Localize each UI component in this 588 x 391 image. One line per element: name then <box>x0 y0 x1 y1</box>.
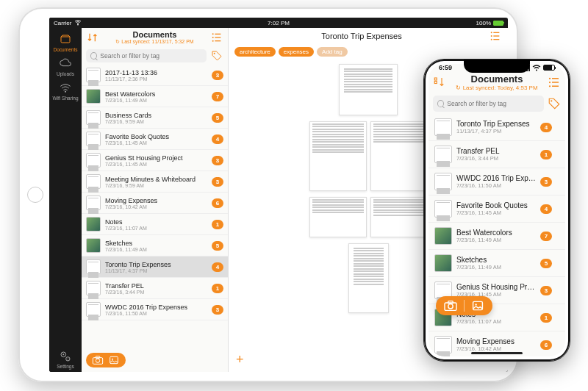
sidebar-item-wifi-sharing[interactable]: Wifi Sharing <box>49 79 82 104</box>
document-text: Sketches 7/23/16, 11:49 AM <box>105 240 207 252</box>
tag-chip[interactable]: architecture <box>234 47 276 57</box>
document-text: Favorite Book Quotes 7/23/16, 11:45 AM <box>456 201 536 216</box>
document-date: 11/13/17, 2:36 PM <box>105 76 207 82</box>
svg-rect-36 <box>448 301 453 304</box>
page-count-badge: 1 <box>212 220 223 229</box>
document-thumbnail <box>434 336 452 354</box>
svg-point-33 <box>551 100 552 101</box>
import-icon <box>470 300 485 312</box>
document-date: 7/23/16, 11:49 AM <box>456 264 536 270</box>
document-row[interactable]: Favorite Book Quotes 7/23/16, 11:45 AM 4 <box>82 129 228 150</box>
sidebar-label: Uploads <box>57 71 74 76</box>
document-row[interactable]: Toronto Trip Expenses 11/13/17, 4:37 PM … <box>429 114 565 141</box>
svg-rect-19 <box>493 32 499 33</box>
document-row[interactable]: Best Watercolors 7/23/16, 11:49 AM 7 <box>82 86 228 107</box>
page-count-badge: 3 <box>540 177 552 187</box>
document-text: Sketches 7/23/16, 11:49 AM <box>456 256 536 270</box>
document-date: 7/23/16, 11:07 AM <box>456 318 536 325</box>
svg-point-5 <box>68 359 68 359</box>
capture-pill[interactable] <box>86 353 126 367</box>
document-title: WWDC 2016 Trip Expenses <box>456 174 536 182</box>
sidebar-item-uploads[interactable]: Uploads <box>49 55 82 79</box>
home-button[interactable] <box>27 187 43 203</box>
wifi-icon <box>58 82 73 94</box>
svg-point-29 <box>549 82 551 83</box>
page-count-badge: 4 <box>540 204 552 214</box>
document-text: Best Watercolors 7/23/16, 11:49 AM <box>456 229 536 243</box>
document-row[interactable]: Sketches 7/23/16, 11:49 AM 5 <box>429 250 565 277</box>
document-text: Transfer PEL 7/23/16, 3:44 PM <box>105 282 207 295</box>
sync-status: ↻ Last synced: 11/13/17, 5:32 PM <box>103 39 207 45</box>
sidebar-label: Wifi Sharing <box>52 96 78 101</box>
document-row[interactable]: Toronto Trip Expenses 11/13/17, 4:37 PM … <box>82 257 228 278</box>
home-indicator[interactable] <box>471 352 523 354</box>
capture-pill[interactable] <box>436 296 492 315</box>
search-input-container[interactable] <box>86 49 207 62</box>
svg-rect-32 <box>552 86 559 87</box>
document-text: Genius St Housing Project 7/23/16, 11:45… <box>456 283 536 298</box>
camera-icon <box>443 300 458 312</box>
document-title: Transfer PEL <box>105 282 207 290</box>
page-thumbnail[interactable] <box>309 121 427 191</box>
search-input[interactable] <box>447 100 539 107</box>
list-view-icon[interactable] <box>489 29 502 43</box>
svg-point-17 <box>112 359 113 360</box>
document-row[interactable]: Notes 7/23/16, 11:07 AM 1 <box>82 214 228 235</box>
svg-point-12 <box>214 53 215 54</box>
document-date: 11/13/17, 4:37 PM <box>105 268 207 273</box>
document-row[interactable]: Best Watercolors 7/23/16, 11:49 AM 7 <box>429 223 565 250</box>
svg-point-6 <box>212 33 214 35</box>
document-row[interactable]: Transfer PEL 7/23/16, 3:44 PM 1 <box>429 141 565 168</box>
svg-point-18 <box>491 32 492 33</box>
gears-icon <box>58 351 73 362</box>
list-view-icon[interactable] <box>210 31 223 44</box>
search-input[interactable] <box>100 52 202 60</box>
sort-icon[interactable] <box>433 76 446 89</box>
iphone-device: 6:59 Documents ↻ Last synced: Today, 4:5… <box>423 59 570 362</box>
document-text: Notes 7/23/16, 11:07 AM <box>105 218 207 231</box>
document-date: 7/23/16, 3:44 PM <box>105 290 207 295</box>
content-header: Toronto Trip Expenses <box>229 28 508 44</box>
add-tag-chip[interactable]: Add tag <box>317 47 348 57</box>
document-list[interactable]: 2017-11-13 13:36 11/13/17, 2:36 PM 3 Bes… <box>82 65 228 348</box>
sidebar-label: Settings <box>57 364 74 369</box>
page-count-badge: 4 <box>540 123 552 132</box>
document-row[interactable]: 2017-11-13 13:36 11/13/17, 2:36 PM 3 <box>82 65 228 86</box>
svg-rect-28 <box>552 78 559 79</box>
document-row[interactable]: Moving Expenses 7/23/16, 10:42 AM 6 <box>82 193 228 214</box>
document-row[interactable]: WWDC 2016 Trip Expenses 7/23/16, 11:50 A… <box>429 168 565 196</box>
document-row[interactable]: Transfer PEL 7/23/16, 3:44 PM 1 <box>82 278 228 299</box>
tag-filter-icon[interactable] <box>548 97 561 110</box>
tag-chip[interactable]: expenses <box>279 47 314 57</box>
document-date: 7/23/16, 11:50 AM <box>105 311 207 316</box>
sidebar-item-settings[interactable]: Settings <box>49 348 82 372</box>
tag-filter-icon[interactable] <box>210 49 223 62</box>
sidebar-label: Documents <box>54 47 78 52</box>
document-row[interactable]: Genius St Housing Project 7/23/16, 11:45… <box>82 150 228 171</box>
document-list[interactable]: Toronto Trip Expenses 11/13/17, 4:37 PM … <box>429 114 565 356</box>
sort-icon[interactable] <box>86 31 99 44</box>
add-page-button[interactable]: + <box>236 352 244 367</box>
document-row[interactable]: WWDC 2016 Trip Expenses 7/23/16, 11:50 A… <box>82 299 228 320</box>
document-thumbnail <box>86 153 101 168</box>
list-view-icon[interactable] <box>548 76 561 89</box>
page-count-badge: 1 <box>540 150 552 159</box>
document-text: WWDC 2016 Trip Expenses 7/23/16, 11:50 A… <box>456 174 536 189</box>
search-input-container[interactable] <box>433 96 544 112</box>
document-row[interactable]: Favorite Book Quotes 7/23/16, 11:45 AM 4 <box>429 196 565 223</box>
ipad-sidebar: DocumentsUploadsWifi Sharing Settings <box>49 18 82 372</box>
document-title: Sketches <box>105 240 207 247</box>
document-row[interactable]: Sketches 7/23/16, 11:49 AM 5 <box>82 235 228 257</box>
page-thumbnail[interactable] <box>348 243 389 313</box>
document-row[interactable]: Meeting Minutes & Whiteboard 7/23/16, 9:… <box>82 171 228 193</box>
svg-rect-37 <box>473 301 483 309</box>
page-thumbnail[interactable] <box>309 197 427 237</box>
document-row[interactable]: Business Cards 7/23/16, 9:59 AM 5 <box>82 107 228 129</box>
document-date: 7/23/16, 11:45 AM <box>105 140 207 146</box>
document-text: WWDC 2016 Trip Expenses 7/23/16, 11:50 A… <box>105 304 207 316</box>
page-count-badge: 5 <box>212 241 223 251</box>
page-thumbnail[interactable] <box>339 64 398 115</box>
sidebar-item-documents[interactable]: Documents <box>49 31 82 55</box>
import-icon <box>108 355 120 365</box>
document-title: Notes <box>105 218 207 226</box>
